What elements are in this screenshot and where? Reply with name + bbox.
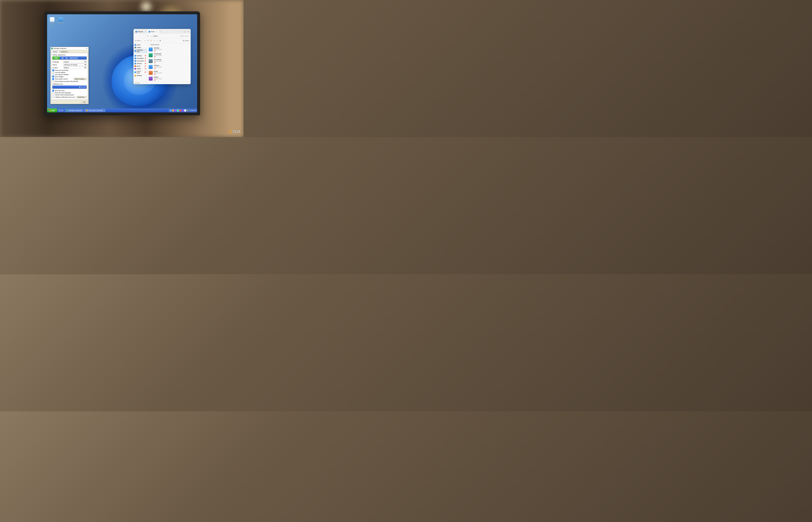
ok-button[interactable]: OK xyxy=(81,101,88,103)
home-icon xyxy=(134,44,136,46)
taskbar-clock[interactable]: 10:25 AM xyxy=(190,110,196,111)
theme-label: Theme: xyxy=(52,64,63,66)
start-button[interactable]: start xyxy=(47,108,58,113)
sidebar-item-onedrive[interactable]: OneDrive - Pers xyxy=(133,49,147,53)
folder-icon xyxy=(59,17,63,22)
pin-icon: 📌 xyxy=(154,50,162,52)
details-button[interactable]: ≣ Details xyxy=(183,40,189,41)
pictures-icon xyxy=(136,31,137,33)
checkbox-show-badges[interactable] xyxy=(52,76,54,78)
titlebar[interactable]: RetroBar Properties ✕ xyxy=(50,47,88,50)
xda-logo-icon xyxy=(229,130,232,133)
up-button[interactable]: ↑ xyxy=(143,35,145,37)
location-select[interactable]: Bottom xyxy=(63,66,87,69)
folder-icon xyxy=(149,47,153,51)
tray-icon[interactable] xyxy=(182,109,184,112)
paste-icon[interactable]: 📋 xyxy=(150,40,152,41)
chevron-down-icon: ⌄ xyxy=(149,44,150,45)
new-tab-button[interactable]: + xyxy=(159,31,162,33)
language-select[interactable]: System xyxy=(63,61,87,63)
sidebar-item-desktop[interactable]: Desktop📌 xyxy=(133,55,147,57)
desktop-screen: Recycle Bin Mac Files RetroBar Propertie… xyxy=(47,14,197,113)
checkbox-auto-hide[interactable] xyxy=(52,74,54,75)
rename-icon[interactable]: ✎ xyxy=(154,40,155,41)
checkbox-collapse-tray[interactable] xyxy=(52,96,54,98)
taskbar-button-retrobar[interactable]: RetroBar Properties xyxy=(65,109,84,112)
checkbox-add-show-desktop[interactable] xyxy=(52,94,54,96)
minimize-button[interactable]: — xyxy=(181,31,183,33)
quick-access-item[interactable]: DownloadsStored locally📌 xyxy=(149,52,189,58)
cut-icon[interactable]: ✂ xyxy=(145,40,146,41)
preview-task-button: ▦ RetroBar xyxy=(69,57,78,59)
close-button[interactable]: ✕ xyxy=(187,31,189,33)
tab-pictures[interactable]: Pictures ✕ xyxy=(134,30,147,34)
tray-icon[interactable] xyxy=(174,109,176,112)
quick-access-item[interactable]: DocumentsStored locally📌 xyxy=(149,58,189,64)
tray-icon[interactable] xyxy=(169,109,171,112)
close-tab-icon[interactable]: ✕ xyxy=(157,31,158,33)
section-label: Taskbar appearance xyxy=(52,54,87,56)
back-button[interactable]: ← xyxy=(135,35,138,37)
preview-start: start xyxy=(53,57,60,59)
sidebar-item-downloads[interactable]: Downloads📌 xyxy=(133,57,147,60)
taskbar: start RetroBar Properties Home and 1 mor… xyxy=(47,108,197,113)
checkbox-font-smoothing[interactable] xyxy=(52,69,54,71)
quick-access-item[interactable]: PicturesStored locally📌 xyxy=(149,64,189,70)
sidebar-item-music[interactable]: Music📌 xyxy=(133,65,147,67)
sidebar-item-folder[interactable]: Desktop xyxy=(133,74,147,77)
section-quick-access[interactable]: ⌄ Quick access xyxy=(149,44,189,45)
pin-icon: 📌 xyxy=(154,68,162,69)
quick-access-item[interactable]: MusicStored locally📌 xyxy=(149,70,189,76)
taskbar-preview: start ▦ ▦ ▦ RetroBar xyxy=(52,56,87,60)
desktop-icon-mac-files[interactable]: Mac Files xyxy=(58,17,64,25)
sidebar-item-documents[interactable]: Documents📌 xyxy=(133,60,147,62)
quick-launch-icon[interactable] xyxy=(61,109,63,112)
copy-icon[interactable]: ⧉ xyxy=(148,40,149,41)
close-tab-icon[interactable]: ✕ xyxy=(145,31,146,33)
quick-access-item[interactable]: DesktopStored locally📌 xyxy=(149,46,189,52)
tray-icon[interactable] xyxy=(177,109,179,112)
tab-advanced[interactable]: Advanced xyxy=(59,51,69,53)
new-button[interactable]: ⊕ New ▾ xyxy=(135,40,141,41)
checkbox-lock-taskbar[interactable] xyxy=(52,72,54,73)
volume-icon[interactable] xyxy=(187,109,189,112)
checkbox-show-quick-launch[interactable] xyxy=(52,78,54,80)
quick-access-item[interactable]: VideosStored locally📌 xyxy=(149,76,189,82)
breadcrumb[interactable]: ⌂ › Home › xyxy=(151,35,158,37)
more-icon[interactable]: ⋯ xyxy=(163,40,164,41)
search-input[interactable]: Search Home xyxy=(180,35,189,37)
checkbox-show-input-lang[interactable] xyxy=(52,92,54,94)
sidebar-item-icloud[interactable]: iCloud Drive📌 xyxy=(133,70,147,74)
select-location-button[interactable]: Select location... xyxy=(74,78,87,80)
preview-quicklaunch-icon: ▦ xyxy=(61,57,64,59)
tray-icon[interactable] xyxy=(179,109,181,112)
tray-icon: ▦ xyxy=(79,86,80,88)
home-icon xyxy=(149,31,150,33)
close-button[interactable]: ✕ xyxy=(86,47,88,49)
checkbox-show-previews[interactable] xyxy=(52,80,54,82)
checkbox-show-clock[interactable] xyxy=(52,90,54,92)
documents-icon xyxy=(134,60,136,62)
tray-icon[interactable] xyxy=(184,109,186,112)
tab-home[interactable]: Home ✕ xyxy=(147,30,159,34)
delete-icon[interactable]: 🗑 xyxy=(160,40,161,41)
sidebar-item-gallery[interactable]: Gallery xyxy=(133,46,147,49)
sidebar-item-pictures[interactable]: Pictures📌 xyxy=(133,62,147,65)
tab-taskbar[interactable]: Taskbar xyxy=(51,51,59,53)
pictures-icon xyxy=(134,63,136,64)
desktop-icon-label: Recycle Bin xyxy=(49,22,56,25)
theme-select[interactable]: Windows XP Royale xyxy=(63,63,87,66)
pin-icon: 📌 xyxy=(154,62,162,63)
forward-button[interactable]: → xyxy=(139,35,141,37)
quick-launch-icon[interactable] xyxy=(59,109,61,112)
refresh-button[interactable]: ⟳ xyxy=(147,35,149,37)
maximize-button[interactable]: ▢ xyxy=(184,31,186,33)
taskbar-button-explorer[interactable]: Home and 1 more tab... xyxy=(84,109,105,112)
app-icon xyxy=(67,110,68,111)
sidebar-item-videos[interactable]: Videos📌 xyxy=(133,67,147,70)
desktop-icon-recycle-bin[interactable]: Recycle Bin xyxy=(49,17,56,25)
tray-icon[interactable] xyxy=(172,109,174,112)
sidebar-item-home[interactable]: Home xyxy=(133,43,147,46)
customize-button[interactable]: Customize... xyxy=(76,96,87,98)
share-icon[interactable]: ↗ xyxy=(157,40,158,41)
